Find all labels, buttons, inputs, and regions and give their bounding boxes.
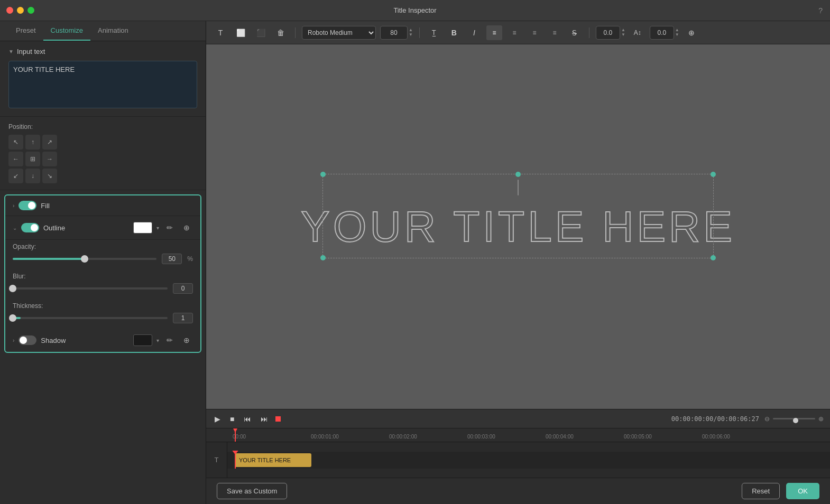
outline-eyedropper-icon[interactable]: ✏ [163,221,176,234]
tab-customize[interactable]: Customize [43,21,90,41]
pos-top-left[interactable]: ↖ [8,135,23,150]
text-height-button[interactable]: A↕ [630,25,645,40]
thickness-value-input[interactable] [173,313,193,323]
shadow-color-swatch[interactable] [133,334,152,346]
zoom-in-icon[interactable]: ⊕ [818,415,824,423]
pos-bottom-right[interactable]: ↘ [42,169,57,183]
stop-button[interactable]: ■ [228,413,236,425]
rect-tool-button[interactable]: ⬜ [233,25,248,40]
bottom-bar: Save as Custom Reset OK [206,478,830,504]
outline-toggle[interactable] [21,223,39,232]
text-cursor [518,180,519,195]
playhead-arrow [233,428,238,433]
input-text-header[interactable]: ▼ Input text [8,48,197,55]
text-tool-button[interactable]: T [213,25,228,40]
play-button[interactable]: ▶ [213,413,223,425]
delete-tool-button[interactable]: 🗑 [273,25,289,40]
canvas-title-text[interactable]: YOUR TITLE HERE [301,202,735,251]
tracking-input[interactable] [596,26,620,40]
leading-stepper[interactable]: ▲ ▼ [675,28,679,37]
thickness-track[interactable] [13,317,168,319]
more-options-button[interactable]: ⊕ [684,25,699,40]
pos-bottom-center[interactable]: ↓ [25,169,40,183]
position-label: Position: [8,123,197,130]
loop-button[interactable]: ⏭ [259,413,270,425]
maximize-button[interactable] [27,7,34,14]
window-title: Title Inspector [393,6,436,14]
save-as-custom-button[interactable]: Save as Custom [217,483,287,499]
crop-tool-button[interactable]: ⬛ [253,25,269,40]
shadow-color-dropdown[interactable]: ▾ [156,338,159,343]
canvas-area: YOUR TITLE HERE [206,44,830,409]
help-icon[interactable]: ? [818,6,823,15]
font-select[interactable]: Roboto Medium Roboto Light Roboto Bold [302,26,376,40]
tab-animation[interactable]: Animation [90,21,136,41]
font-size-input[interactable] [380,26,408,40]
time-display: 00:00:00:00/00:00:06:27 [671,415,759,423]
fill-chevron[interactable]: › [13,203,14,209]
handle-bottom-right[interactable] [711,255,716,260]
record-indicator [275,416,281,422]
toolbar-divider-2 [419,27,420,38]
playhead-ruler-marker [235,428,236,442]
minimize-button[interactable] [17,7,24,14]
outline-color-dropdown[interactable]: ▾ [156,225,159,231]
playback-controls: ▶ ■ ⏮ ⏭ 00:00:00:00/00:00:06:27 ⊖ ⊕ [206,409,830,428]
thickness-row: Thickness: [5,299,200,329]
close-button[interactable] [6,7,13,14]
blur-value-input[interactable] [173,283,193,294]
font-size-stepper[interactable]: ▲ ▼ [409,28,413,37]
ok-button[interactable]: OK [786,483,819,499]
prev-frame-button[interactable]: ⏮ [242,413,253,425]
italic-button[interactable]: I [466,25,482,40]
title-text-input[interactable]: YOUR TITLE HERE [8,61,197,108]
outline-add-icon[interactable]: ⊕ [180,221,193,234]
align-left-button[interactable]: ≡ [486,25,502,40]
outline-chevron[interactable]: ⌄ [13,225,17,231]
tracking-stepper[interactable]: ▲ ▼ [621,28,625,37]
ruler-mark-5: 00:00:05:00 [624,434,702,440]
bold-button[interactable]: B [446,25,462,40]
opacity-track[interactable] [13,258,156,260]
align-right-button[interactable]: ≡ [527,25,542,40]
shadow-chevron[interactable]: › [13,338,14,343]
pos-middle-center[interactable]: ⊞ [25,152,40,166]
pos-top-center[interactable]: ↑ [25,135,40,150]
fill-toggle[interactable] [19,201,36,210]
blur-control [13,283,193,294]
timeline-clip[interactable]: YOUR TITLE HERE [235,453,311,467]
shadow-add-icon[interactable]: ⊕ [180,334,193,347]
position-section: Position: ↖ ↑ ↗ ← ⊞ → ↙ ↓ ↘ [0,117,206,190]
opacity-value-input[interactable] [162,254,182,264]
pos-middle-left[interactable]: ← [8,152,23,166]
shadow-eyedropper-icon[interactable]: ✏ [163,334,176,347]
tab-preset[interactable]: Preset [8,21,43,41]
handle-top-center[interactable] [515,172,521,177]
pos-bottom-left[interactable]: ↙ [8,169,23,183]
handle-top-right[interactable] [711,172,716,177]
outline-row: ⌄ Outline ▾ ✏ ⊕ [5,216,200,240]
ruler-mark-3: 00:00:03:00 [467,434,546,440]
pos-middle-right[interactable]: → [42,152,57,166]
input-text-section: ▼ Input text YOUR TITLE HERE [0,41,206,117]
align-justify-button[interactable]: ≡ [547,25,562,40]
blur-row: Blur: [5,269,200,299]
zoom-track[interactable] [773,418,815,419]
opacity-label: Opacity: [13,243,193,250]
leading-input[interactable] [650,26,674,40]
text-style-button[interactable]: T̲ [426,25,442,40]
zoom-out-icon[interactable]: ⊖ [764,415,770,423]
shadow-toggle[interactable] [19,335,36,345]
strikethrough-button[interactable]: S̶ [567,25,583,40]
toolbar-divider-3 [589,27,589,38]
outline-color-swatch[interactable] [133,222,152,234]
right-panel: T ⬜ ⬛ 🗑 Roboto Medium Roboto Light Robot… [206,21,830,504]
align-center-button[interactable]: ≡ [506,25,522,40]
handle-top-left[interactable] [320,172,326,177]
blur-track[interactable] [13,287,168,290]
handle-bottom-left[interactable] [320,255,326,260]
pos-top-right[interactable]: ↗ [42,135,57,150]
reset-button[interactable]: Reset [742,483,780,499]
timeline: ▶ ■ ⏮ ⏭ 00:00:00:00/00:00:06:27 ⊖ ⊕ [206,409,830,478]
style-section: › Fill ⌄ Outline ▾ ✏ ⊕ Opacity: [4,194,201,353]
